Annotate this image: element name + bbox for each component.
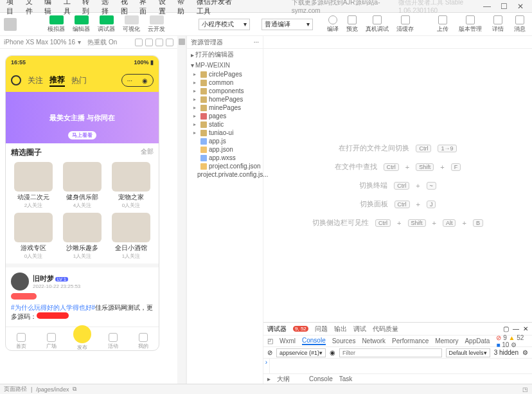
tab-follow[interactable]: 关注	[28, 75, 43, 86]
circle-card[interactable]: 全日小酒馆1人关注	[109, 213, 154, 260]
tab-performance[interactable]: Performance	[392, 337, 429, 345]
menu-select[interactable]: 选择	[98, 0, 117, 16]
explorer-menu-icon[interactable]: ···	[254, 39, 259, 46]
project-root[interactable]: ▾MP-WEIXIN	[187, 60, 263, 70]
menu-tools[interactable]: 工具	[60, 0, 79, 16]
open-editors-section[interactable]: ▸打开的编辑器	[187, 49, 263, 60]
simulator-toggle[interactable]: 模拟器	[45, 15, 67, 33]
tab-quality[interactable]: 代码质量	[373, 325, 398, 334]
menu-devtool[interactable]: 微信开发者工具	[193, 0, 240, 16]
rotate-icon[interactable]	[135, 39, 143, 46]
tab-problems[interactable]: 问题	[315, 325, 328, 334]
mode-select[interactable]: 小程序模式▾	[199, 19, 250, 30]
tab-recommend[interactable]: 推荐	[49, 75, 65, 87]
menu-settings[interactable]: 设置	[155, 0, 174, 16]
filter-gear-icon[interactable]: ⚙	[522, 349, 528, 356]
maximize-icon[interactable]: ☐	[500, 3, 508, 10]
user-avatar[interactable]	[4, 18, 17, 31]
menu-view[interactable]: 视图	[117, 0, 136, 16]
tab-console[interactable]: Console	[302, 337, 326, 345]
file-item[interactable]: app.wxss	[193, 154, 263, 162]
clear-console-icon[interactable]: ⊘	[267, 349, 272, 356]
post-item[interactable]: 旧时梦LV 1 2022-10-22 23:25:53 #为什么玩得好的人学得也…	[6, 264, 159, 327]
folder-item[interactable]: ▸minePages	[193, 103, 263, 112]
menu-edit[interactable]: 编辑	[40, 0, 60, 16]
banner[interactable]: 最美女主播 与你同在 马上看看	[6, 92, 159, 143]
tab-output[interactable]: 输出	[334, 325, 347, 334]
close-icon[interactable]: ✕	[517, 3, 524, 10]
cloud-toggle[interactable]: 云开发	[145, 15, 168, 33]
filter-input[interactable]	[339, 348, 442, 357]
panel-dock-icon[interactable]: ▢	[503, 325, 509, 332]
inspect-icon[interactable]: ◰	[267, 337, 273, 345]
tab-network[interactable]: Network	[362, 337, 386, 345]
home-icon[interactable]	[145, 39, 153, 46]
folder-item[interactable]: ▸common	[193, 78, 263, 87]
outline-label[interactable]: 大纲	[277, 375, 290, 384]
folder-item[interactable]: ▸pages	[193, 112, 263, 120]
compile-button[interactable]: 编译	[324, 15, 341, 33]
device-select[interactable]: iPhone XS Max 100% 16	[4, 39, 75, 46]
tabbar-home[interactable]: 首页	[6, 327, 37, 351]
mp-capsule[interactable]: ···◉	[121, 74, 154, 87]
post-avatar[interactable]	[11, 273, 29, 291]
circle-card[interactable]: 游戏专区0人关注	[11, 213, 56, 260]
debugger-toggle[interactable]: 调试器	[95, 15, 118, 33]
explorer-icon[interactable]	[179, 39, 185, 45]
post-topic-link[interactable]: #为什么玩得好的人学得也好#	[11, 304, 95, 311]
status-right-icon[interactable]: ◳	[522, 386, 528, 393]
compile-select[interactable]: 普通编译▾	[262, 19, 313, 30]
folder-item[interactable]: ▸circlePages	[193, 70, 263, 78]
tab-appdata[interactable]: AppData	[465, 337, 490, 345]
tab-memory[interactable]: Memory	[435, 337, 458, 345]
tabbar-square[interactable]: 广场	[37, 327, 67, 351]
clear-cache-button[interactable]: 清缓存	[394, 15, 416, 33]
menu-file[interactable]: 文件	[22, 0, 41, 16]
file-item[interactable]: app.js	[193, 137, 263, 145]
levels-select[interactable]: Default levels ▾	[446, 348, 490, 357]
circle-card[interactable]: 动漫二次元2人关注	[11, 162, 56, 209]
banner-button[interactable]: 马上看看	[68, 131, 96, 139]
circle-card[interactable]: 健身俱乐部4人关注	[60, 162, 105, 209]
tabbar-publish[interactable]: 发布	[67, 327, 98, 351]
section-more[interactable]: 全部	[141, 147, 154, 158]
detail-button[interactable]: 详情	[490, 15, 506, 33]
screenshot-icon[interactable]	[166, 39, 173, 46]
tab-hot[interactable]: 热门	[71, 75, 87, 86]
tab-debug[interactable]: 调试	[353, 325, 366, 334]
tabbar-activity[interactable]: 活动	[98, 327, 129, 351]
panel-close-icon[interactable]: ✕	[523, 325, 528, 332]
eye-icon[interactable]: ◉	[330, 349, 335, 356]
circle-card[interactable]: 沙雕乐趣多1人关注	[60, 213, 105, 260]
foot-task[interactable]: Task	[339, 375, 353, 382]
copy-icon[interactable]: ⧉	[73, 386, 76, 393]
remote-debug-button[interactable]: 真机调试	[363, 15, 391, 33]
version-button[interactable]: 版本管理	[456, 15, 484, 33]
menu-help[interactable]: 帮助	[173, 0, 193, 16]
file-item[interactable]: project.config.json	[193, 162, 263, 170]
upload-button[interactable]: 上传	[434, 15, 451, 33]
editor-toggle[interactable]: 编辑器	[70, 15, 93, 33]
folder-item[interactable]: ▸homePages	[193, 95, 263, 103]
tabbar-mine[interactable]: 我的	[128, 327, 159, 351]
menu-goto[interactable]: 转到	[78, 0, 98, 16]
visual-toggle[interactable]: 可视化	[120, 15, 143, 33]
context-select[interactable]: appservice (#1) ▾	[276, 348, 326, 357]
minimize-icon[interactable]: —	[483, 3, 491, 10]
folder-item[interactable]: ▸static	[193, 120, 263, 129]
circle-card[interactable]: 宠物之家0人关注	[109, 162, 154, 209]
search-icon[interactable]	[11, 75, 21, 85]
menu-project[interactable]: 项目	[3, 0, 22, 16]
folder-item[interactable]: ▸tuniao-ui	[193, 129, 263, 137]
preview-button[interactable]: 预览	[344, 15, 360, 33]
mute-icon[interactable]	[155, 39, 163, 46]
file-item[interactable]: project.private.config.js...	[193, 170, 263, 179]
folder-item[interactable]: ▸components	[193, 87, 263, 95]
menu-ui[interactable]: 界面	[136, 0, 155, 16]
panel-minimize-icon[interactable]: —	[513, 325, 519, 332]
tab-sources[interactable]: Sources	[332, 337, 356, 345]
message-button[interactable]: 消息	[511, 15, 528, 33]
foot-console[interactable]: Console	[309, 375, 333, 382]
file-item[interactable]: app.json	[193, 145, 263, 154]
tab-wxml[interactable]: Wxml	[279, 337, 296, 345]
